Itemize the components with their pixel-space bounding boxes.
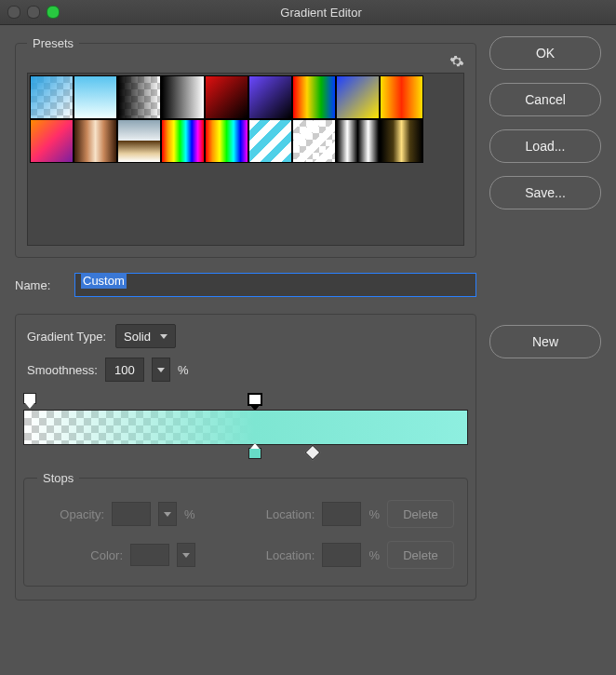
titlebar: Gradient Editor — [0, 0, 616, 25]
preset-swatch-sunset[interactable] — [30, 119, 74, 163]
preset-swatch-chrome[interactable] — [117, 119, 161, 163]
window-minimize-button[interactable] — [27, 6, 40, 19]
midpoint-diamond[interactable] — [306, 443, 319, 458]
opacity-dropdown[interactable] — [158, 502, 177, 526]
preset-swatch-black-white[interactable] — [161, 75, 205, 119]
stops-panel: Stops Opacity: % Location: % Delete Colo… — [23, 471, 468, 587]
preset-swatch-rainbow-primary[interactable] — [292, 75, 336, 119]
opacity-delete-button[interactable]: Delete — [387, 500, 454, 528]
opacity-stop[interactable] — [23, 393, 36, 409]
chevron-down-icon — [182, 553, 190, 558]
preset-swatch-cyan-stripes[interactable] — [248, 119, 292, 163]
gradient-type-select[interactable]: Solid — [115, 324, 176, 348]
smoothness-dropdown[interactable] — [152, 358, 170, 382]
preset-swatch-copper[interactable] — [74, 119, 117, 163]
window-close-button[interactable] — [7, 6, 20, 19]
chevron-down-icon — [164, 512, 171, 517]
opacity-stop[interactable] — [248, 393, 261, 411]
color-swatch[interactable] — [130, 544, 169, 566]
gradient-bar[interactable] — [23, 410, 468, 445]
color-location-unit: % — [368, 548, 380, 562]
preset-swatch-blue-yellow[interactable] — [336, 75, 380, 119]
new-button[interactable]: New — [489, 325, 601, 358]
preset-swatch-silver[interactable] — [336, 119, 380, 163]
color-label: Color: — [37, 548, 123, 562]
smoothness-label: Smoothness: — [27, 363, 98, 377]
cancel-button[interactable]: Cancel — [489, 83, 601, 116]
ok-button[interactable]: OK — [489, 36, 601, 70]
preset-swatch-rainbow-transparent[interactable] — [205, 119, 248, 163]
gradient-type-label: Gradient Type: — [27, 330, 106, 344]
save-button[interactable]: Save... — [489, 176, 601, 209]
preset-swatch-transparent-stripes[interactable] — [292, 119, 336, 163]
chevron-down-icon — [160, 334, 167, 339]
preset-swatch-spectrum[interactable] — [161, 119, 205, 163]
color-location-input[interactable] — [322, 543, 361, 567]
stops-legend: Stops — [37, 471, 79, 485]
opacity-location-label: Location: — [249, 507, 315, 521]
opacity-label: Opacity: — [37, 507, 104, 521]
color-stop[interactable] — [248, 443, 261, 459]
load-button[interactable]: Load... — [489, 129, 601, 163]
name-input[interactable]: Custom — [74, 273, 476, 297]
gradient-editor-strip — [23, 393, 468, 460]
presets-menu-button[interactable] — [449, 54, 464, 69]
chevron-down-icon — [157, 368, 165, 372]
preset-swatch-gold-highlight[interactable] — [380, 119, 423, 163]
preset-swatch-sky[interactable] — [74, 75, 117, 119]
color-dropdown[interactable] — [177, 543, 195, 567]
preset-swatch-yellow-red-yellow[interactable] — [380, 75, 423, 119]
gradient-type-value: Solid — [124, 330, 151, 344]
preset-swatch-purple-black[interactable] — [248, 75, 292, 119]
opacity-location-unit: % — [368, 507, 380, 521]
opacity-unit: % — [184, 507, 195, 521]
presets-legend: Presets — [27, 36, 79, 50]
name-input-value: Custom — [81, 273, 127, 289]
color-location-label: Location: — [249, 548, 315, 562]
smoothness-input[interactable]: 100 — [105, 358, 144, 382]
color-delete-button[interactable]: Delete — [387, 541, 454, 569]
window-title: Gradient Editor — [71, 6, 609, 20]
preset-swatch-foreground-to-transparent[interactable] — [30, 75, 74, 119]
gradient-editor-window: Gradient Editor Presets Name: Custom — [0, 0, 616, 675]
window-zoom-button[interactable] — [47, 6, 60, 19]
presets-grid — [27, 73, 464, 246]
name-label: Name: — [15, 278, 65, 292]
preset-swatch-black-to-transparent[interactable] — [117, 75, 161, 119]
opacity-input[interactable] — [112, 502, 151, 526]
smoothness-unit: % — [178, 363, 189, 377]
preset-swatch-red-black[interactable] — [205, 75, 248, 119]
presets-panel: Presets — [15, 36, 476, 258]
opacity-location-input[interactable] — [322, 502, 361, 526]
